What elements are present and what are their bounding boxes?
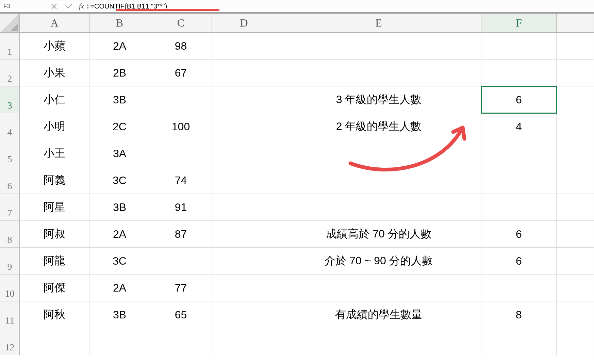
row-header[interactable]: 6 bbox=[0, 167, 20, 194]
col-header-C[interactable]: C bbox=[150, 14, 212, 33]
cell-E9[interactable]: 介於 70 ~ 90 分的人數 bbox=[276, 248, 481, 275]
cell-B2[interactable]: 2B bbox=[89, 60, 150, 86]
cell-A6[interactable]: 阿義 bbox=[20, 167, 89, 194]
cell-D8[interactable] bbox=[212, 221, 276, 248]
cell-F5[interactable] bbox=[481, 140, 557, 167]
cell-E3[interactable]: 3 年級的學生人數 bbox=[276, 86, 481, 113]
cell-G2[interactable] bbox=[557, 60, 594, 86]
cell-C12[interactable] bbox=[150, 328, 212, 355]
name-box-input[interactable] bbox=[0, 0, 86, 12]
cell-A2[interactable]: 小果 bbox=[20, 60, 89, 86]
cell-D7[interactable] bbox=[212, 194, 276, 221]
row-header[interactable]: 5 bbox=[0, 140, 20, 167]
cell-D3[interactable] bbox=[212, 86, 276, 113]
cell-B10[interactable]: 2A bbox=[89, 275, 150, 301]
cell-F9[interactable]: 6 bbox=[481, 248, 557, 275]
col-header-extra[interactable] bbox=[557, 14, 594, 33]
cell-E6[interactable] bbox=[276, 167, 481, 194]
cell-C6[interactable]: 74 bbox=[150, 167, 212, 194]
col-header-E[interactable]: E bbox=[276, 14, 481, 33]
cell-C9[interactable] bbox=[150, 248, 212, 275]
name-box[interactable]: ▲ ▼ bbox=[0, 0, 46, 12]
cell-A4[interactable]: 小明 bbox=[20, 113, 89, 140]
cell-B6[interactable]: 3C bbox=[89, 167, 150, 194]
cell-F10[interactable] bbox=[481, 275, 557, 301]
row-header[interactable]: 1 bbox=[0, 33, 20, 60]
cell-E10[interactable] bbox=[276, 275, 481, 301]
cell-A1[interactable]: 小蘋 bbox=[20, 33, 89, 60]
cell-F4[interactable]: 4 bbox=[481, 113, 557, 140]
cell-E12[interactable] bbox=[276, 328, 481, 355]
cell-E4[interactable]: 2 年級的學生人數 bbox=[276, 113, 481, 140]
cell-A7[interactable]: 阿星 bbox=[20, 194, 89, 221]
row-header[interactable]: 9 bbox=[0, 248, 20, 275]
cell-B5[interactable]: 3A bbox=[89, 140, 150, 167]
cell-D5[interactable] bbox=[212, 140, 276, 167]
cell-B1[interactable]: 2A bbox=[89, 33, 150, 60]
cell-F8[interactable]: 6 bbox=[481, 221, 557, 248]
cell-G6[interactable] bbox=[557, 167, 594, 194]
cell-F11[interactable]: 8 bbox=[481, 301, 557, 328]
cell-G5[interactable] bbox=[557, 140, 594, 167]
col-header-A[interactable]: A bbox=[20, 14, 89, 33]
cell-C3[interactable] bbox=[150, 86, 212, 113]
row-header[interactable]: 8 bbox=[0, 221, 20, 248]
row-header[interactable]: 4 bbox=[0, 113, 20, 140]
cell-G1[interactable] bbox=[557, 33, 594, 60]
cell-G8[interactable] bbox=[557, 221, 594, 248]
col-header-B[interactable]: B bbox=[89, 14, 150, 33]
cell-C10[interactable]: 77 bbox=[150, 275, 212, 301]
cell-D12[interactable] bbox=[212, 328, 276, 355]
cell-F7[interactable] bbox=[481, 194, 557, 221]
cell-D11[interactable] bbox=[212, 301, 276, 328]
cell-D1[interactable] bbox=[212, 33, 276, 60]
col-header-F[interactable]: F bbox=[481, 14, 557, 33]
cell-F12[interactable] bbox=[481, 328, 557, 355]
cell-F3[interactable]: 6 bbox=[481, 86, 557, 113]
row-header[interactable]: 7 bbox=[0, 194, 20, 221]
cell-A12[interactable] bbox=[20, 328, 89, 355]
cell-C4[interactable]: 100 bbox=[150, 113, 212, 140]
cell-C5[interactable] bbox=[150, 140, 212, 167]
cell-B9[interactable]: 3C bbox=[89, 248, 150, 275]
cell-C11[interactable]: 65 bbox=[150, 301, 212, 328]
cell-C2[interactable]: 67 bbox=[150, 60, 212, 86]
cell-C1[interactable]: 98 bbox=[150, 33, 212, 60]
cell-D9[interactable] bbox=[212, 248, 276, 275]
cell-F6[interactable] bbox=[481, 167, 557, 194]
cell-F1[interactable] bbox=[481, 33, 557, 60]
cell-B4[interactable]: 2C bbox=[89, 113, 150, 140]
cell-B7[interactable]: 3B bbox=[89, 194, 150, 221]
cell-D4[interactable] bbox=[212, 113, 276, 140]
cell-E1[interactable] bbox=[276, 33, 481, 60]
cell-D6[interactable] bbox=[212, 167, 276, 194]
cell-D2[interactable] bbox=[212, 60, 276, 86]
cell-G12[interactable] bbox=[557, 328, 594, 355]
cell-C8[interactable]: 87 bbox=[150, 221, 212, 248]
cell-B11[interactable]: 3B bbox=[89, 301, 150, 328]
cell-B12[interactable] bbox=[89, 328, 150, 355]
cell-G10[interactable] bbox=[557, 275, 594, 301]
cell-G7[interactable] bbox=[557, 194, 594, 221]
cell-E8[interactable]: 成績高於 70 分的人數 bbox=[276, 221, 481, 248]
cell-G4[interactable] bbox=[557, 113, 594, 140]
cell-A11[interactable]: 阿秋 bbox=[20, 301, 89, 328]
cell-G3[interactable] bbox=[557, 86, 594, 113]
cell-E7[interactable] bbox=[276, 194, 481, 221]
col-header-D[interactable]: D bbox=[212, 14, 276, 33]
cell-A8[interactable]: 阿叔 bbox=[20, 221, 89, 248]
row-header[interactable]: 2 bbox=[0, 60, 20, 86]
cell-G9[interactable] bbox=[557, 248, 594, 275]
cell-E11[interactable]: 有成績的學生數量 bbox=[276, 301, 481, 328]
row-header[interactable]: 11 bbox=[0, 301, 20, 328]
cell-B3[interactable]: 3B bbox=[89, 86, 150, 113]
cell-A9[interactable]: 阿龍 bbox=[20, 248, 89, 275]
select-all-corner[interactable] bbox=[0, 14, 20, 33]
row-header[interactable]: 12 bbox=[0, 328, 20, 355]
row-header[interactable]: 3 bbox=[0, 86, 20, 113]
cell-A10[interactable]: 阿傑 bbox=[20, 275, 89, 301]
cell-G11[interactable] bbox=[557, 301, 594, 328]
cell-C7[interactable]: 91 bbox=[150, 194, 212, 221]
cell-E5[interactable] bbox=[276, 140, 481, 167]
cell-F2[interactable] bbox=[481, 60, 557, 86]
